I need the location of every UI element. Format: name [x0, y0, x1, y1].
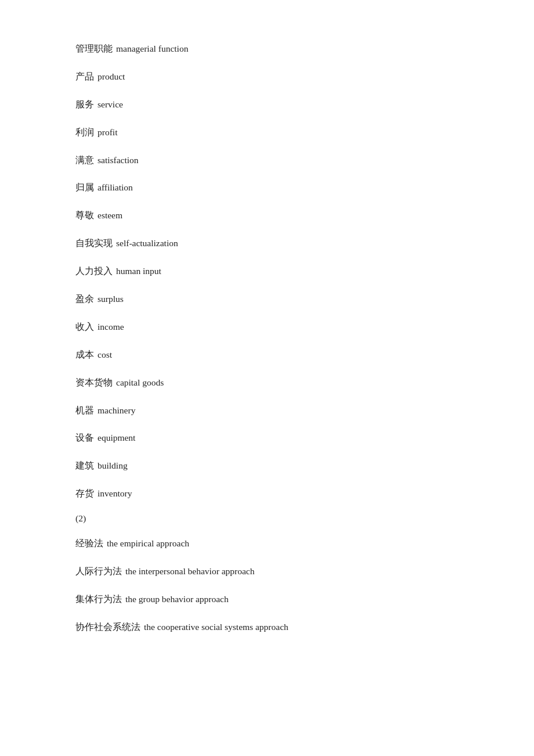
vocab-item: 成本cost	[75, 341, 459, 369]
chinese-term: 产品	[75, 71, 94, 81]
chinese-term: 自我实现	[75, 238, 113, 248]
vocab-item: 管理职能managerial function	[75, 35, 459, 63]
approach-item: 人际行为法the interpersonal behavior approach	[75, 557, 459, 585]
chinese-term: 集体行为法	[75, 594, 122, 604]
chinese-term: 尊敬	[75, 210, 94, 220]
english-term: machinery	[98, 405, 135, 415]
chinese-term: 存货	[75, 488, 94, 498]
vocab-item: 自我实现self-actualization	[75, 229, 459, 257]
english-term: human input	[116, 266, 161, 276]
chinese-term: 收入	[75, 322, 94, 332]
english-term: affiliation	[98, 182, 133, 192]
chinese-term: 建筑	[75, 460, 94, 470]
english-term: inventory	[98, 488, 132, 498]
vocab-item: 设备equipment	[75, 424, 459, 452]
section-marker: (2)	[75, 507, 459, 530]
chinese-term: 满意	[75, 155, 94, 165]
english-term: self-actualization	[116, 238, 178, 248]
chinese-term: 经验法	[75, 538, 103, 548]
english-term: profit	[98, 127, 117, 137]
vocab-list: 管理职能managerial function产品product服务servic…	[75, 35, 459, 641]
vocab-item: 产品product	[75, 63, 459, 91]
english-term: capital goods	[116, 377, 164, 387]
english-term: the empirical approach	[107, 538, 189, 548]
english-term: service	[98, 99, 123, 109]
english-term: building	[98, 460, 128, 470]
english-term: income	[98, 322, 124, 332]
vocab-item: 资本货物capital goods	[75, 369, 459, 397]
vocab-item: 利润profit	[75, 118, 459, 146]
vocab-item: 人力投入human input	[75, 257, 459, 285]
vocab-item: 机器machinery	[75, 397, 459, 424]
approach-item: 协作社会系统法the cooperative social systems ap…	[75, 613, 459, 641]
approach-item: 集体行为法the group behavior approach	[75, 585, 459, 613]
english-term: esteem	[98, 210, 122, 220]
chinese-term: 设备	[75, 433, 94, 442]
chinese-term: 管理职能	[75, 44, 113, 53]
vocab-item: 服务service	[75, 91, 459, 118]
english-term: surplus	[98, 294, 124, 304]
english-term: cost	[98, 350, 112, 359]
english-term: managerial function	[116, 44, 188, 53]
english-term: equipment	[98, 433, 135, 442]
chinese-term: 协作社会系统法	[75, 622, 140, 632]
vocab-item: 尊敬esteem	[75, 201, 459, 229]
chinese-term: 成本	[75, 350, 94, 359]
chinese-term: 机器	[75, 405, 94, 415]
chinese-term: 人力投入	[75, 266, 113, 276]
vocab-item: 存货inventory	[75, 480, 459, 507]
chinese-term: 归属	[75, 182, 94, 192]
chinese-term: 利润	[75, 127, 94, 137]
english-term: satisfaction	[98, 155, 139, 165]
approach-item: 经验法the empirical approach	[75, 530, 459, 557]
vocab-item: 收入income	[75, 313, 459, 341]
vocab-item: 满意satisfaction	[75, 146, 459, 174]
chinese-term: 人际行为法	[75, 566, 122, 576]
chinese-term: 盈余	[75, 294, 94, 304]
vocab-item: 盈余surplus	[75, 285, 459, 313]
english-term: product	[98, 71, 125, 81]
english-term: the cooperative social systems approach	[144, 622, 288, 632]
english-term: the group behavior approach	[125, 594, 229, 604]
chinese-term: 服务	[75, 99, 94, 109]
english-term: the interpersonal behavior approach	[125, 566, 255, 576]
vocab-item: 归属affiliation	[75, 174, 459, 201]
vocab-item: 建筑building	[75, 452, 459, 480]
chinese-term: 资本货物	[75, 377, 113, 387]
